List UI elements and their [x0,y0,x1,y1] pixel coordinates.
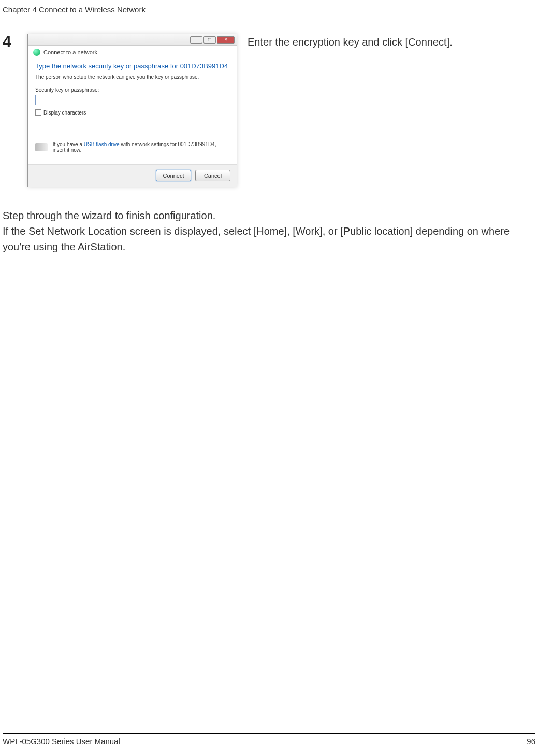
display-characters-row: Display characters [35,109,229,116]
page-footer: WPL-05G300 Series User Manual 96 [3,733,535,746]
dialog-heading: Type the network security key or passphr… [35,62,229,70]
connect-button-label: Connect [163,173,184,179]
dialog-subheader: Connect to a network [28,46,237,59]
step-row: 4 — ▢ ✕ Connect to a network Type the ne… [3,34,535,187]
main-content: 4 — ▢ ✕ Connect to a network Type the ne… [0,18,538,254]
usb-hint-text: If you have a USB flash drive with netwo… [53,141,229,153]
step-caption: Enter the encryption key and click [Conn… [248,34,535,49]
step-number: 4 [3,34,17,49]
usb-flash-drive-link[interactable]: USB flash drive [84,141,120,147]
chapter-title: Chapter 4 Connect to a Wireless Network [3,5,146,14]
after-step-text: Step through the wizard to finish config… [3,208,535,254]
maximize-label: ▢ [208,37,212,42]
usb-prefix: If you have a [53,141,84,147]
network-icon [33,49,40,56]
dialog-body: Type the network security key or passphr… [28,59,237,164]
minimize-button[interactable]: — [190,36,202,44]
display-characters-checkbox[interactable] [35,109,41,116]
usb-hint-row: If you have a USB flash drive with netwo… [35,141,229,159]
dialog-description: The person who setup the network can giv… [35,74,229,80]
connect-network-dialog: — ▢ ✕ Connect to a network Type the netw… [27,34,237,187]
security-key-label: Security key or passphrase: [35,87,229,93]
close-button[interactable]: ✕ [217,36,235,44]
close-label: ✕ [224,37,228,42]
connect-button[interactable]: Connect [156,170,191,181]
after-line-2: If the Set Network Location screen is di… [3,223,535,254]
security-key-input[interactable] [35,95,128,105]
dialog-titlebar: — ▢ ✕ [28,34,237,46]
cancel-button[interactable]: Cancel [195,170,230,181]
cancel-button-label: Cancel [204,173,222,179]
dialog-screenshot: — ▢ ✕ Connect to a network Type the netw… [27,34,237,187]
minimize-label: — [194,37,198,42]
page-header: Chapter 4 Connect to a Wireless Network [3,0,535,18]
usb-drive-icon [35,143,48,151]
maximize-button[interactable]: ▢ [203,36,216,44]
manual-title: WPL-05G300 Series User Manual [3,737,120,746]
dialog-footer: Connect Cancel [28,164,237,187]
display-characters-label: Display characters [43,110,86,116]
page-number: 96 [527,737,535,746]
after-line-1: Step through the wizard to finish config… [3,208,535,223]
dialog-sub-title: Connect to a network [43,49,97,55]
